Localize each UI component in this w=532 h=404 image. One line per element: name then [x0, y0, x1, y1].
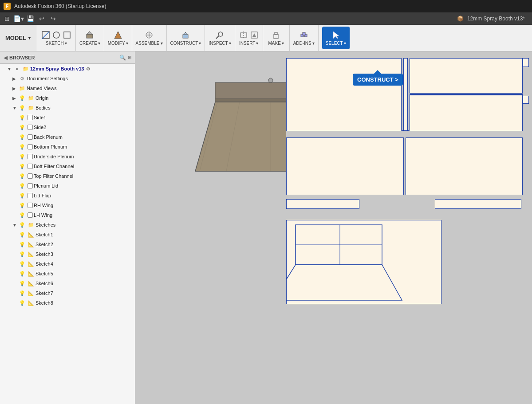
body-checkbox[interactable]: [28, 115, 33, 120]
tree-root[interactable]: ▼ ● 📁 12mm Spray Booth v13 ⚙: [0, 64, 135, 74]
body-checkbox[interactable]: [28, 193, 33, 198]
model-arrow: ▼: [28, 36, 32, 40]
main-area: ◀ BROWSER 🔍 ⊞ ▼ ● 📁 12mm Spray Booth v13…: [0, 51, 532, 404]
body-label: Top Filter Channel: [34, 173, 73, 179]
model-mode-btn[interactable]: MODEL ▼: [0, 25, 37, 51]
sketch-label: Sketch3: [35, 251, 53, 257]
body-side1[interactable]: 💡 Side1: [0, 113, 135, 122]
svg-point-25: [268, 78, 273, 82]
sketches-group[interactable]: ▼ 💡 📁 Sketches: [0, 220, 135, 230]
addins-group[interactable]: ADD-INS▾: [290, 25, 319, 51]
sketch-light-icon: 💡: [19, 299, 26, 306]
sketch-file-icon: 📐: [28, 280, 35, 287]
body-checkbox[interactable]: [28, 203, 33, 208]
inspect-group[interactable]: INSPECT▾: [205, 25, 235, 51]
sketch-light-icon: 💡: [19, 231, 26, 238]
sketch-icon: [41, 30, 51, 40]
sketch5-item[interactable]: 💡 📐 Sketch5: [0, 269, 135, 278]
bodies-folder-icon: 📁: [28, 104, 35, 111]
drawing-view-large-bottom: [286, 220, 441, 304]
body-checkbox[interactable]: [28, 144, 33, 149]
body-checkbox[interactable]: [28, 134, 33, 140]
addins-label: ADD-INS▾: [293, 41, 315, 46]
sketch-label: Sketch6: [35, 281, 53, 286]
sketch-light-icon: 💡: [19, 290, 26, 297]
make-group[interactable]: MAKE▾: [263, 25, 290, 51]
body-label: Lid Flap: [34, 193, 51, 198]
body-top-filter[interactable]: 💡 Top Filter Channel: [0, 171, 135, 181]
svg-marker-5: [87, 31, 93, 34]
body-checkbox[interactable]: [28, 154, 33, 159]
sketch4-item[interactable]: 💡 📐 Sketch4: [0, 259, 135, 269]
insert-group[interactable]: INSERT▾: [235, 25, 263, 51]
body-lh-wing[interactable]: 💡 LH Wing: [0, 210, 135, 220]
root-visibility-icon: ●: [13, 65, 20, 72]
bodies-label: Bodies: [35, 105, 51, 110]
body-bottom-plenum[interactable]: 💡 Bottom Plenum: [0, 142, 135, 152]
create-group[interactable]: CREATE▾: [76, 25, 104, 51]
svg-marker-17: [252, 33, 256, 37]
sketch2-item[interactable]: 💡 📐 Sketch2: [0, 239, 135, 249]
sketch-icon3: [62, 30, 72, 40]
body-side2[interactable]: 💡 Side2: [0, 122, 135, 132]
origin-folder-icon: 📁: [28, 94, 35, 102]
construct-tooltip-text: CONSTRUCT >: [357, 76, 398, 83]
sketch8-item[interactable]: 💡 📐 Sketch8: [0, 298, 135, 308]
svg-point-13: [218, 32, 223, 36]
body-lid-flap[interactable]: 💡 Lid Flap: [0, 191, 135, 200]
file-menu-btn[interactable]: 📄▾: [13, 13, 24, 24]
svg-rect-10: [183, 35, 188, 38]
body-checkbox[interactable]: [28, 173, 33, 179]
redo-btn[interactable]: ↪: [48, 13, 59, 24]
doc-settings-arrow: ▶: [12, 76, 18, 81]
make-label: MAKE▾: [268, 41, 284, 46]
select-group[interactable]: SELECT▾: [322, 27, 350, 49]
sketch3-item[interactable]: 💡 📐 Sketch3: [0, 249, 135, 259]
save-btn[interactable]: 💾: [25, 13, 35, 24]
body-bott-filter[interactable]: 💡 Bott Filter Channel: [0, 161, 135, 171]
named-views-item[interactable]: ▶ 📁 Named Views: [0, 83, 135, 93]
doc-settings-item[interactable]: ▶ ⚙ Document Settings: [0, 74, 135, 83]
sketch6-item[interactable]: 💡 📐 Sketch6: [0, 278, 135, 288]
body-checkbox[interactable]: [28, 212, 33, 218]
sketch-label: Sketch8: [35, 300, 53, 306]
doc-settings-label: Document Settings: [27, 76, 68, 81]
body-plenum-lid[interactable]: 💡 Plenum Lid: [0, 181, 135, 191]
select-icon: [331, 30, 341, 40]
body-checkbox[interactable]: [28, 164, 33, 169]
bodies-group[interactable]: ▼ 💡 📁 Bodies: [0, 103, 135, 113]
document-title: 12mm Spray Booth v13*: [467, 16, 525, 22]
body-label: LH Wing: [34, 212, 52, 218]
grid-menu-btn[interactable]: ⊞: [2, 13, 12, 24]
sketch1-item[interactable]: 💡 📐 Sketch1: [0, 230, 135, 239]
assemble-group[interactable]: ASSEMBLE▾: [132, 25, 167, 51]
modify-group[interactable]: MODIFY▾: [104, 25, 132, 51]
insert-icon2: [249, 30, 259, 40]
sketch-label: Sketch5: [35, 271, 53, 276]
title-text: Autodesk Fusion 360 (Startup License): [14, 3, 106, 9]
body-light-icon: 💡: [19, 173, 26, 180]
body-label: Side2: [34, 125, 46, 130]
body-checkbox[interactable]: [28, 183, 33, 188]
body-rh-wing[interactable]: 💡 RH Wing: [0, 200, 135, 210]
modify-label: MODIFY▾: [108, 41, 128, 46]
construct-icon: [181, 30, 190, 40]
body-underside-plenum[interactable]: 💡 Underside Plenum: [0, 152, 135, 161]
body-checkbox[interactable]: [28, 125, 33, 130]
svg-rect-22: [303, 32, 305, 35]
sketch-group[interactable]: SKETCH▾: [37, 25, 76, 51]
filter-icon: ⊞: [128, 55, 131, 60]
construct-group[interactable]: CONSTRUCT▾: [167, 25, 205, 51]
origin-item[interactable]: ▶ 💡 📁 Origin: [0, 93, 135, 103]
view-right-nub-1: [523, 58, 529, 67]
sketch7-item[interactable]: 💡 📐 Sketch7: [0, 288, 135, 298]
svg-line-12: [216, 36, 219, 39]
browser-collapse-btn[interactable]: ◀: [4, 55, 8, 61]
viewport[interactable]: CONSTRUCT >: [135, 51, 532, 404]
sketches-label: Sketches: [35, 222, 55, 227]
svg-marker-6: [114, 31, 122, 39]
undo-btn[interactable]: ↩: [36, 13, 47, 24]
body-label: Underside Plenum: [34, 154, 74, 159]
browser-label: BROWSER: [9, 55, 118, 60]
body-back-plenum[interactable]: 💡 Back Plenum: [0, 132, 135, 142]
